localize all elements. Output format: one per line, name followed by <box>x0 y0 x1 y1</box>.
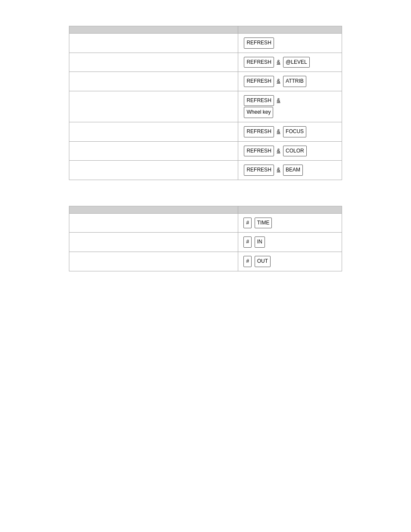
table1-row3-keys: REFRESH & ATTRIB <box>238 72 342 91</box>
table2-row1-keys: # TIME <box>238 213 342 233</box>
amp-7: & <box>277 167 280 173</box>
table1-row7-desc <box>69 161 238 180</box>
table1-row6-keys: REFRESH & COLOR <box>238 141 342 161</box>
table-row: REFRESH & ATTRIB <box>69 72 342 91</box>
table1-row5-desc <box>69 122 238 141</box>
amp-2: & <box>277 59 280 65</box>
table-row: # IN <box>69 233 342 252</box>
table-2: # TIME # IN # OUT <box>69 206 342 271</box>
table2-row2-desc <box>69 233 238 252</box>
hash-key-1: # <box>243 218 252 229</box>
table1-row6-desc <box>69 141 238 161</box>
table-row: # OUT <box>69 252 342 271</box>
table2-row3-desc <box>69 252 238 271</box>
amp-4: & <box>277 97 280 103</box>
table2-header-col1 <box>69 206 238 213</box>
table2-row2-keys: # IN <box>238 233 342 252</box>
refresh-key-1: REFRESH <box>244 37 274 49</box>
table1-row2-keys: REFRESH & @LEVEL <box>238 53 342 72</box>
hash-key-3: # <box>243 256 252 267</box>
refresh-key-3: REFRESH <box>244 76 274 87</box>
table2-header-col2 <box>238 206 342 213</box>
amp-3: & <box>277 78 280 84</box>
in-key: IN <box>255 236 265 248</box>
amp-6: & <box>277 148 280 154</box>
table-row: REFRESH & BEAM <box>69 161 342 180</box>
at-level-key: @LEVEL <box>283 57 310 68</box>
key-line-1: REFRESH & <box>243 95 336 107</box>
attrib-key: ATTRIB <box>283 76 306 87</box>
table-row: # TIME <box>69 213 342 233</box>
table-1: REFRESH REFRESH & @LEVEL REFRESH & ATTRI… <box>69 26 342 180</box>
refresh-key-5: REFRESH <box>244 126 274 137</box>
table1-header-col1 <box>69 26 238 34</box>
table-row: REFRESH & FOCUS <box>69 122 342 141</box>
table1-row3-desc <box>69 72 238 91</box>
time-key: TIME <box>255 218 272 229</box>
refresh-key-6: REFRESH <box>244 146 274 157</box>
key-line-2: Wheel key <box>243 106 336 118</box>
table1-row7-keys: REFRESH & BEAM <box>238 161 342 180</box>
refresh-key-4: REFRESH <box>244 95 274 106</box>
color-key: COLOR <box>283 146 307 157</box>
table1-row1-desc <box>69 34 238 53</box>
refresh-key-7: REFRESH <box>244 165 274 176</box>
table-row: REFRESH & Wheel key <box>69 91 342 122</box>
focus-key: FOCUS <box>283 126 306 137</box>
table1-row1-keys: REFRESH <box>238 34 342 53</box>
table1-row4-desc <box>69 91 238 122</box>
table1-header-col2 <box>238 26 342 34</box>
table2-row3-keys: # OUT <box>238 252 342 271</box>
beam-key: BEAM <box>283 165 303 176</box>
table-row: REFRESH <box>69 34 342 53</box>
table2-row1-desc <box>69 213 238 233</box>
table-row: REFRESH & COLOR <box>69 141 342 161</box>
hash-key-2: # <box>243 236 252 248</box>
wheel-key: Wheel key <box>244 107 273 118</box>
out-key: OUT <box>255 256 271 267</box>
table1-row2-desc <box>69 53 238 72</box>
table1-row4-keys: REFRESH & Wheel key <box>238 91 342 122</box>
refresh-key-2: REFRESH <box>244 57 274 68</box>
page-container: REFRESH REFRESH & @LEVEL REFRESH & ATTRI… <box>0 0 411 323</box>
table-row: REFRESH & @LEVEL <box>69 53 342 72</box>
table1-row5-keys: REFRESH & FOCUS <box>238 122 342 141</box>
amp-5: & <box>277 128 280 134</box>
